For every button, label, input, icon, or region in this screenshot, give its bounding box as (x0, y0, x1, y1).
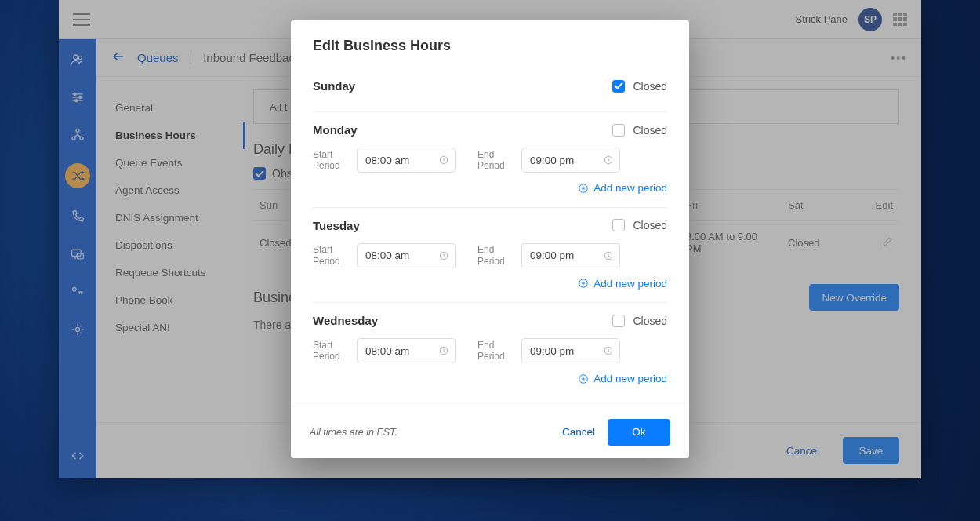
timezone-note: All times are in EST. (310, 427, 550, 438)
add-period-label: Add new period (593, 373, 667, 384)
plus-circle-icon (578, 373, 589, 384)
closed-label: Closed (633, 219, 667, 231)
add-period-link[interactable]: Add new period (578, 278, 667, 290)
app-window: Strick Pane SP Queues | Inbound Feedback… (59, 0, 921, 478)
plus-circle-icon (578, 183, 589, 194)
closed-checkbox[interactable] (612, 219, 625, 231)
add-period-label: Add new period (593, 182, 667, 194)
clock-icon (438, 250, 449, 261)
clock-icon (603, 155, 614, 166)
add-period-link[interactable]: Add new period (578, 373, 667, 384)
add-period-link[interactable]: Add new period (578, 182, 667, 194)
closed-label: Closed (633, 80, 667, 93)
clock-icon (438, 345, 449, 356)
clock-icon (438, 155, 449, 166)
modal-cancel-button[interactable]: Cancel (550, 419, 608, 446)
closed-checkbox[interactable] (612, 80, 625, 93)
end-period-label: End Period (477, 149, 510, 172)
edit-business-hours-modal: Edit Business Hours Sunday Closed Monday (291, 20, 689, 458)
modal-ok-button[interactable]: Ok (608, 419, 670, 446)
start-period-label: Start Period (313, 149, 346, 172)
start-period-label: Start Period (313, 244, 346, 267)
period-row: Start Period 08:00 am End Period 09:00 p… (313, 144, 667, 177)
closed-checkbox[interactable] (612, 315, 625, 327)
day-block-wednesday: Wednesday Closed Start Period 08:00 am (313, 303, 667, 398)
clock-icon (603, 250, 614, 261)
start-period-label: Start Period (313, 340, 346, 363)
add-period-label: Add new period (593, 278, 667, 290)
end-period-label: End Period (477, 340, 510, 363)
end-period-label: End Period (477, 244, 510, 267)
modal-body: Edit Business Hours Sunday Closed Monday (291, 20, 689, 406)
day-name: Monday (313, 123, 612, 137)
day-block-monday: Monday Closed Start Period 08:00 am (313, 112, 667, 208)
day-block-sunday: Sunday Closed (313, 68, 667, 112)
day-block-tuesday: Tuesday Closed Start Period 08:00 am (313, 208, 667, 304)
period-row: Start Period 08:00 am End Period 09:00 p… (313, 335, 667, 368)
day-name: Sunday (313, 79, 612, 93)
modal-title: Edit Business Hours (313, 38, 667, 54)
modal-footer: All times are in EST. Cancel Ok (291, 406, 689, 458)
day-name: Wednesday (313, 314, 612, 327)
closed-label: Closed (633, 124, 667, 137)
closed-label: Closed (633, 315, 667, 327)
day-name: Tuesday (313, 219, 612, 232)
plus-circle-icon (578, 278, 589, 289)
clock-icon (603, 345, 614, 356)
period-row: Start Period 08:00 am End Period 09:00 p… (313, 240, 667, 273)
closed-checkbox[interactable] (612, 124, 625, 137)
